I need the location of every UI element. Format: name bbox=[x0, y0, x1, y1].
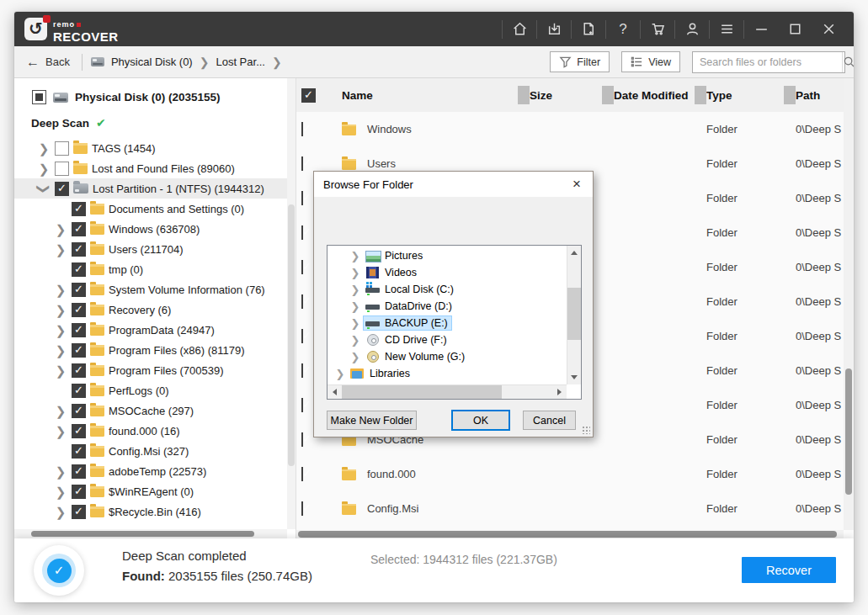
dialog-horizontal-scrollbar[interactable] bbox=[327, 384, 567, 399]
tree-item-checkbox[interactable] bbox=[72, 404, 86, 418]
tree-item[interactable]: ❯ adobeTemp (22573) bbox=[14, 461, 296, 481]
scrollbar-thumb[interactable] bbox=[845, 368, 852, 495]
chevron-icon[interactable]: ❯ bbox=[54, 324, 67, 337]
breadcrumb-item-physical-disk[interactable]: Physical Disk (0) bbox=[111, 56, 193, 68]
search-icon[interactable] bbox=[842, 52, 854, 72]
tree-item[interactable]: ❯ Recovery (6) bbox=[14, 300, 296, 320]
sidebar-vertical-scrollbar[interactable] bbox=[287, 78, 296, 529]
row-checkbox[interactable] bbox=[301, 467, 303, 481]
recover-button[interactable]: Recover bbox=[742, 557, 836, 583]
tree-item[interactable]: ❯ tmp (0) bbox=[14, 259, 296, 279]
chevron-icon[interactable]: ❯ bbox=[348, 301, 363, 312]
tree-item-checkbox[interactable] bbox=[72, 384, 86, 398]
table-row[interactable]: Windows Folder 0\Deep S bbox=[296, 112, 844, 146]
column-header-size[interactable]: Size bbox=[518, 78, 602, 112]
dialog-tree-item[interactable]: ❯ Videos bbox=[327, 264, 567, 281]
tree-item-checkbox[interactable] bbox=[72, 242, 86, 257]
tree-item[interactable]: ❯ found.000 (16) bbox=[14, 421, 296, 441]
column-header-name[interactable]: Name bbox=[330, 78, 518, 112]
row-checkbox[interactable] bbox=[301, 398, 303, 412]
chevron-icon[interactable]: ❯ bbox=[54, 405, 67, 417]
tree-item-checkbox[interactable] bbox=[72, 343, 86, 358]
tree-item[interactable]: ❯ Program Files (x86) (81179) bbox=[14, 340, 296, 360]
tree-item[interactable]: ❯ Config.Msi (327) bbox=[14, 441, 296, 461]
scrollbar-thumb[interactable] bbox=[342, 385, 502, 399]
tree-item-checkbox[interactable] bbox=[72, 444, 86, 459]
tree-item[interactable]: ❯ Program Files (700539) bbox=[14, 360, 296, 380]
make-new-folder-button[interactable]: Make New Folder bbox=[327, 411, 417, 430]
chevron-icon[interactable]: ❯ bbox=[348, 251, 363, 262]
scrollbar-thumb[interactable] bbox=[288, 204, 295, 466]
table-row[interactable]: found.000 Folder 0\Deep S bbox=[296, 457, 844, 491]
tree-item[interactable]: ❯ Users (211704) bbox=[14, 239, 296, 259]
cancel-button[interactable]: Cancel bbox=[523, 411, 576, 430]
dialog-vertical-scrollbar[interactable] bbox=[567, 246, 581, 384]
tree-item-checkbox[interactable] bbox=[55, 182, 69, 196]
tree-item[interactable]: ❯ Documents and Settings (0) bbox=[14, 199, 296, 219]
back-button[interactable]: ← Back bbox=[14, 46, 82, 77]
table-vertical-scrollbar[interactable] bbox=[844, 78, 854, 530]
ok-button[interactable]: OK bbox=[451, 410, 510, 431]
sidebar-horizontal-scrollbar[interactable] bbox=[14, 529, 287, 538]
chevron-icon[interactable]: ❯ bbox=[54, 465, 67, 478]
chevron-icon[interactable]: ❯ bbox=[54, 223, 67, 236]
tree-item[interactable]: ❯ ProgramData (24947) bbox=[14, 320, 296, 340]
chevron-icon[interactable]: ❯ bbox=[348, 318, 363, 329]
row-checkbox[interactable] bbox=[301, 122, 303, 136]
tree-root-physical-disk[interactable]: Physical Disk (0) (2035155) bbox=[14, 78, 296, 104]
chevron-icon[interactable]: ❯ bbox=[54, 243, 67, 256]
tree-item-checkbox[interactable] bbox=[72, 485, 86, 499]
chevron-icon[interactable]: ❯ bbox=[348, 352, 363, 363]
dialog-tree-item[interactable]: ❯ DataDrive (D:) bbox=[327, 298, 567, 315]
scroll-up-arrow[interactable] bbox=[571, 251, 578, 255]
table-horizontal-scrollbar[interactable] bbox=[296, 530, 844, 538]
tree-item[interactable]: ❯ $Recycle.Bin (416) bbox=[14, 501, 296, 522]
maximize-icon[interactable] bbox=[778, 12, 812, 46]
chevron-icon[interactable]: ❯ bbox=[54, 284, 67, 296]
breadcrumb-item-lost-partition[interactable]: Lost Par... bbox=[216, 56, 265, 68]
chevron-icon[interactable]: ❯ bbox=[54, 304, 67, 316]
row-checkbox[interactable] bbox=[301, 191, 303, 205]
tree-item[interactable]: ❯ Lost and Found Files (89060) bbox=[14, 158, 296, 178]
tree-item[interactable]: ❯ TAGS (1454) bbox=[14, 138, 296, 158]
chevron-icon[interactable]: ❯ bbox=[348, 268, 363, 278]
dialog-tree-item[interactable]: ❯ Libraries bbox=[327, 365, 567, 382]
scrollbar-thumb[interactable] bbox=[567, 288, 581, 341]
row-checkbox[interactable] bbox=[301, 432, 303, 447]
tree-item-checkbox[interactable] bbox=[55, 141, 69, 156]
chevron-icon[interactable]: ❯ bbox=[54, 344, 67, 357]
row-checkbox[interactable] bbox=[301, 156, 303, 171]
chevron-icon[interactable]: ❯ bbox=[54, 485, 67, 498]
chevron-icon[interactable]: ❯ bbox=[37, 162, 51, 175]
scroll-left-arrow[interactable] bbox=[333, 389, 337, 395]
checkbox-partial[interactable] bbox=[32, 90, 46, 104]
tree-item-checkbox[interactable] bbox=[72, 505, 86, 519]
help-icon[interactable]: ? bbox=[606, 12, 640, 46]
close-icon[interactable] bbox=[812, 12, 845, 46]
tree-item-checkbox[interactable] bbox=[72, 202, 86, 216]
tree-item-checkbox[interactable] bbox=[72, 464, 86, 479]
chevron-icon[interactable]: ❯ bbox=[54, 364, 67, 377]
dialog-resize-grip[interactable] bbox=[582, 426, 590, 434]
dialog-tree-item[interactable]: ❯ Pictures bbox=[327, 247, 567, 264]
table-row[interactable]: Config.Msi Folder 0\Deep S bbox=[296, 491, 844, 526]
tree-item-checkbox[interactable] bbox=[72, 222, 86, 236]
select-all-checkbox[interactable] bbox=[301, 88, 316, 103]
chevron-icon[interactable]: ❯ bbox=[54, 506, 67, 518]
scroll-right-arrow[interactable] bbox=[557, 389, 562, 395]
chevron-icon[interactable]: ❯ bbox=[333, 368, 348, 379]
column-header-type[interactable]: Type bbox=[695, 78, 784, 112]
dialog-tree-item[interactable]: ❯ CD Drive (F:) bbox=[327, 331, 567, 348]
dialog-tree-item[interactable]: ❯ New Volume (G:) bbox=[327, 348, 567, 365]
minimize-icon[interactable] bbox=[744, 12, 778, 46]
import-icon[interactable] bbox=[537, 12, 571, 46]
chevron-icon[interactable]: ❯ bbox=[37, 142, 51, 155]
tree-item-checkbox[interactable] bbox=[72, 283, 86, 297]
row-checkbox[interactable] bbox=[301, 294, 303, 309]
tree-item-checkbox[interactable] bbox=[55, 162, 69, 176]
chevron-icon[interactable]: ❯ bbox=[54, 425, 67, 437]
scrollbar-thumb[interactable] bbox=[298, 531, 837, 538]
row-checkbox[interactable] bbox=[301, 260, 303, 274]
chevron-icon[interactable]: ❯ bbox=[348, 335, 363, 346]
tree-item-checkbox[interactable] bbox=[72, 424, 86, 438]
